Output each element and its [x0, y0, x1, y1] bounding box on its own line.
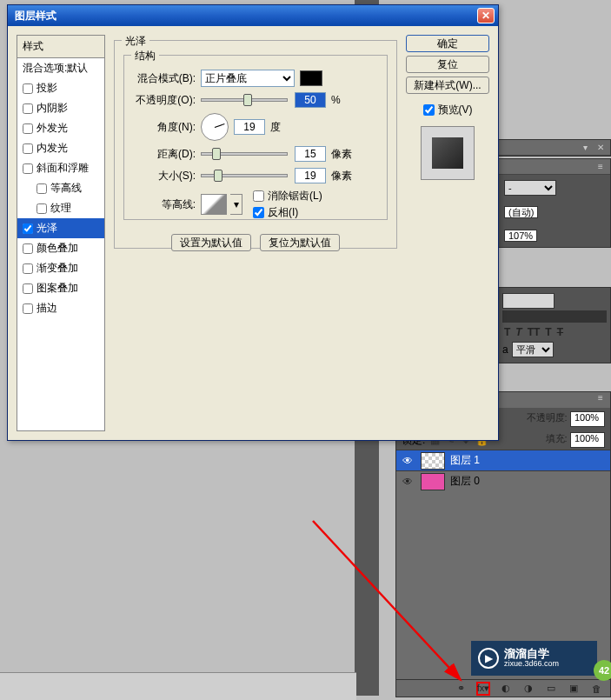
style-item[interactable]: 颜色叠加	[17, 238, 104, 258]
fx-icon[interactable]: fx▾	[476, 682, 490, 696]
size-unit: 像素	[331, 169, 352, 183]
style-checkbox[interactable]	[23, 103, 33, 114]
style-item[interactable]: 图案叠加	[17, 278, 104, 298]
layer-style-dialog: 图层样式 ✕ 样式 混合选项:默认 投影内阴影外发光内发光斜面和浮雕等高线纹理光…	[7, 4, 499, 441]
style-checkbox[interactable]	[23, 123, 33, 134]
contour-dropdown-icon[interactable]: ▾	[230, 194, 242, 215]
style-checkbox[interactable]	[23, 263, 33, 274]
watermark-title: 溜溜自学	[504, 648, 559, 660]
group-title: 光泽	[122, 34, 149, 49]
style-checkbox[interactable]	[23, 143, 33, 154]
styles-header[interactable]: 样式	[17, 36, 104, 58]
layers-menu-icon[interactable]: ≡	[594, 392, 607, 403]
style-item[interactable]: 渐变叠加	[17, 258, 104, 278]
titlebar[interactable]: 图层样式 ✕	[8, 5, 498, 26]
angle-label: 角度(N):	[133, 120, 196, 135]
close-button[interactable]: ✕	[477, 8, 495, 23]
layer-row-1[interactable]: 👁 图层 1	[396, 450, 610, 470]
char-select[interactable]	[502, 293, 555, 309]
style-checkbox[interactable]	[23, 223, 33, 234]
angle-unit: 度	[270, 120, 281, 135]
color-bar[interactable]	[502, 310, 607, 323]
satin-color-swatch[interactable]	[300, 70, 322, 86]
style-item[interactable]: 投影	[17, 78, 104, 98]
layer-thumbnail[interactable]	[421, 452, 445, 470]
opacity-slider[interactable]	[201, 98, 288, 102]
type-style-icons[interactable]: T T TT T T	[504, 326, 607, 338]
invert-checkbox[interactable]: 反相(I)	[253, 205, 322, 220]
style-checkbox[interactable]	[37, 203, 47, 214]
style-item[interactable]: 斜面和浮雕	[17, 158, 104, 178]
fill-label: 填充:	[546, 433, 568, 443]
panel-menu-icon[interactable]: ≡	[594, 162, 607, 172]
opacity-label: 不透明度(O):	[133, 93, 196, 108]
distance-label: 距离(D):	[133, 147, 196, 162]
antialias-checkbox[interactable]: 消除锯齿(L)	[253, 189, 322, 203]
contour-label: 等高线:	[133, 197, 196, 212]
folder-icon[interactable]: ▭	[544, 682, 558, 696]
style-checkbox[interactable]	[37, 183, 47, 194]
cancel-button[interactable]: 复位	[406, 56, 489, 73]
style-checkbox[interactable]	[23, 163, 33, 174]
link-layers-icon[interactable]: ⚭	[454, 682, 468, 696]
visibility-icon[interactable]: 👁	[400, 455, 415, 467]
layer-name[interactable]: 图层 1	[450, 453, 480, 468]
style-checkbox[interactable]	[23, 303, 33, 314]
style-label: 斜面和浮雕	[37, 161, 89, 176]
style-label: 渐变叠加	[37, 261, 78, 276]
style-item[interactable]: 光泽	[17, 218, 104, 238]
style-item[interactable]: 描边	[17, 298, 104, 318]
size-slider[interactable]	[201, 174, 288, 177]
set-default-button[interactable]: 设置为默认值	[171, 234, 251, 251]
style-item[interactable]: 纹理	[17, 198, 104, 218]
layer-thumbnail[interactable]	[421, 473, 445, 490]
opacity-label: 不透明度:	[527, 412, 568, 423]
style-label: 光泽	[37, 221, 57, 236]
style-item[interactable]: 内阴影	[17, 98, 104, 118]
style-checkbox[interactable]	[23, 283, 33, 294]
distance-unit: 像素	[331, 147, 352, 162]
layer-name[interactable]: 图层 0	[450, 474, 480, 489]
style-item[interactable]: 外发光	[17, 118, 104, 138]
style-label: 描边	[37, 301, 57, 316]
mask-icon[interactable]: ◐	[499, 682, 513, 696]
trash-icon[interactable]: 🗑	[589, 682, 603, 696]
angle-input[interactable]	[234, 119, 265, 135]
reset-default-button[interactable]: 复位为默认值	[260, 234, 340, 251]
style-item[interactable]: 等高线	[17, 178, 104, 198]
preview-checkbox[interactable]: 预览(V)	[406, 103, 489, 117]
watermark-url: zixue.3d66.com	[504, 660, 559, 669]
distance-input[interactable]	[295, 146, 326, 162]
style-item[interactable]: 内发光	[17, 138, 104, 158]
distance-slider[interactable]	[201, 152, 288, 156]
blend-options-item[interactable]: 混合选项:默认	[17, 58, 104, 78]
style-checkbox[interactable]	[23, 83, 33, 94]
adjustment-icon[interactable]: ◑	[521, 682, 535, 696]
contour-picker[interactable]	[201, 194, 227, 215]
style-label: 内发光	[37, 141, 68, 156]
ok-button[interactable]: 确定	[406, 35, 489, 52]
style-label: 图案叠加	[37, 281, 78, 296]
new-layer-icon[interactable]: ▣	[567, 682, 581, 696]
blend-mode-label: 混合模式(B):	[133, 71, 196, 86]
antialias-select[interactable]: 平滑	[512, 342, 554, 357]
size-input[interactable]	[295, 168, 326, 183]
panel-percent-field[interactable]: 107%	[504, 230, 537, 242]
layer-row-0[interactable]: 👁 图层 0	[396, 470, 610, 491]
opacity-input[interactable]	[295, 92, 326, 108]
styles-list: 样式 混合选项:默认 投影内阴影外发光内发光斜面和浮雕等高线纹理光泽颜色叠加渐变…	[17, 35, 105, 431]
structure-group: 结构 混合模式(B): 正片叠底 不透明度(O): % 角度(N):	[123, 55, 388, 220]
new-style-button[interactable]: 新建样式(W)...	[406, 77, 489, 94]
panel-menu-icon[interactable]: ▾	[579, 143, 591, 153]
layer-opacity-field[interactable]: 100%	[570, 411, 605, 427]
panel-select-1[interactable]: -	[504, 180, 556, 196]
layer-fill-field[interactable]: 100%	[570, 432, 605, 448]
visibility-icon[interactable]: 👁	[400, 476, 415, 488]
panel-auto-field[interactable]: (自动)	[504, 206, 538, 218]
blend-mode-select[interactable]: 正片叠底	[201, 70, 295, 87]
style-checkbox[interactable]	[23, 243, 33, 254]
badge: 42	[594, 660, 611, 681]
size-label: 大小(S):	[133, 169, 196, 183]
panel-close-icon[interactable]: ✕	[594, 143, 607, 153]
angle-dial[interactable]	[201, 113, 229, 141]
